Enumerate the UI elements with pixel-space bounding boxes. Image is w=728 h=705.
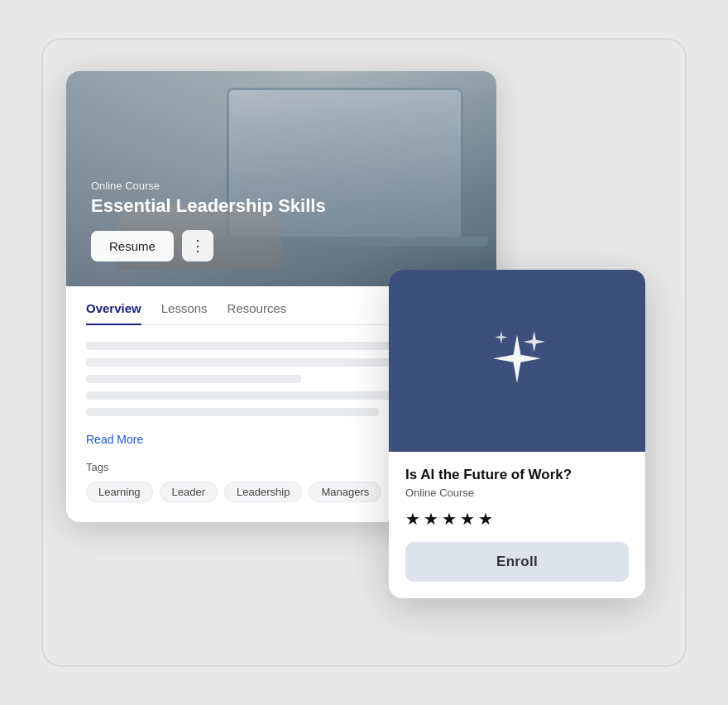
course-hero-image: Online Course Essential Leadership Skill…: [66, 71, 496, 286]
ai-card-hero: [389, 270, 645, 452]
ai-card-type: Online Course: [405, 487, 629, 499]
ai-card-body: Is AI the Future of Work? Online Course …: [389, 452, 645, 529]
more-icon: ⋮: [190, 237, 205, 255]
enroll-button[interactable]: Enroll: [405, 542, 629, 582]
ai-card-title: Is AI the Future of Work?: [405, 467, 629, 483]
resume-button[interactable]: Resume: [91, 231, 174, 261]
star-5: ★: [478, 509, 493, 529]
scene: Online Course Essential Leadership Skill…: [41, 38, 687, 667]
tag-managers[interactable]: Managers: [309, 482, 381, 502]
course-title: Essential Leadership Skills: [91, 195, 326, 217]
star-2: ★: [424, 509, 438, 529]
hero-content: Online Course Essential Leadership Skill…: [91, 180, 326, 261]
ai-course-card: Is AI the Future of Work? Online Course …: [389, 270, 645, 598]
star-4: ★: [460, 509, 475, 529]
sparkles-icon: [480, 324, 554, 398]
tag-learning[interactable]: Learning: [86, 482, 153, 502]
more-options-button[interactable]: ⋮: [182, 230, 213, 261]
star-3: ★: [442, 509, 457, 529]
star-1: ★: [405, 509, 420, 529]
rating-stars: ★ ★ ★ ★ ★: [405, 509, 629, 529]
tab-resources[interactable]: Resources: [228, 301, 287, 325]
tab-lessons[interactable]: Lessons: [161, 301, 208, 325]
tab-overview[interactable]: Overview: [86, 301, 141, 325]
skeleton-line: [86, 375, 301, 383]
course-type-label: Online Course: [91, 180, 326, 192]
hero-actions: Resume ⋮: [91, 230, 326, 261]
skeleton-line: [86, 408, 379, 416]
tag-leadership[interactable]: Leadership: [224, 482, 302, 502]
tag-leader[interactable]: Leader: [160, 482, 218, 502]
